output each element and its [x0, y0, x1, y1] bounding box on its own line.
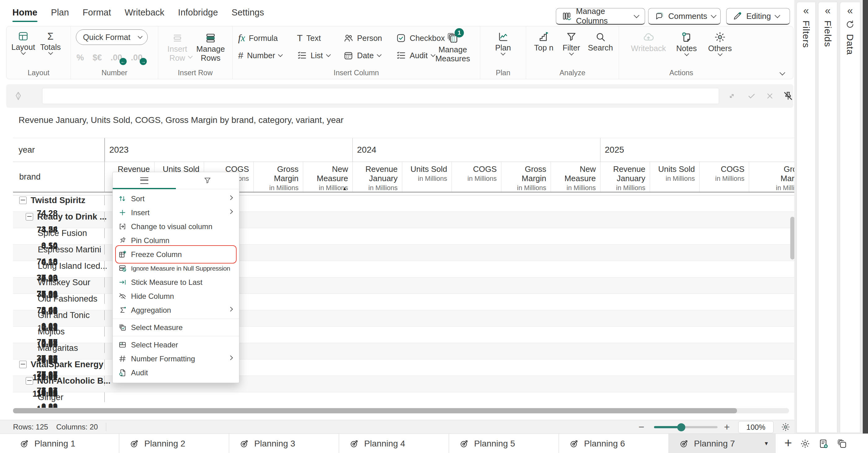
cancel-x-icon[interactable]: [766, 92, 774, 100]
side-panel-data[interactable]: « Data: [840, 2, 860, 433]
side-panel-filters[interactable]: « Filters: [797, 2, 816, 433]
row-header[interactable]: Old Fashioneds: [13, 294, 105, 304]
sheet-stack-icon[interactable]: [837, 439, 847, 449]
context-menu-item-sort[interactable]: Sort: [113, 192, 239, 205]
sheet-tab-dropdown-icon[interactable]: ▼: [764, 441, 769, 447]
manage-measures-button[interactable]: 1 Manage Measures: [431, 32, 474, 63]
row-header[interactable]: Margaritas: [13, 343, 105, 353]
editing-mode-button[interactable]: Editing: [726, 8, 790, 25]
menu-tab-settings[interactable]: Settings: [231, 7, 264, 20]
sheet-tab-planning-5[interactable]: Planning 5: [449, 434, 559, 453]
writeback-button[interactable]: Writeback: [628, 31, 669, 56]
search-button[interactable]: Search: [586, 31, 615, 55]
context-menu-item-stick-measure-to-last[interactable]: Stick Measure to Last: [113, 275, 239, 289]
insert-person-column-button[interactable]: Person: [343, 33, 396, 43]
year-group-header[interactable]: 2023: [105, 138, 352, 162]
insert-number-column-button[interactable]: # Number: [238, 50, 297, 61]
filter-button[interactable]: Filter: [559, 31, 584, 55]
context-menu-item-select-header[interactable]: Select Header: [113, 338, 239, 352]
context-menu-item-select-measure[interactable]: Select Measure: [113, 321, 239, 334]
side-panel-fields[interactable]: « Fields: [818, 2, 837, 433]
context-menu-tab-menu[interactable]: [113, 172, 176, 189]
column-header[interactable]: COGS in Millions: [699, 162, 749, 192]
comments-button[interactable]: Comments: [648, 8, 721, 25]
context-menu-item-hide-column[interactable]: Hide Column: [113, 289, 239, 303]
menu-tab-format[interactable]: Format: [83, 7, 111, 20]
increase-decimal-button[interactable]: .00→: [131, 53, 143, 63]
row-header[interactable]: Non-Alcoholic B...: [13, 376, 105, 386]
plan-button[interactable]: Plan: [490, 31, 517, 55]
row-header[interactable]: Ginger: [13, 392, 105, 402]
row-header[interactable]: Mojitos: [13, 327, 105, 336]
context-menu-item-audit[interactable]: Audit: [113, 366, 239, 380]
year-group-header[interactable]: 2024: [352, 138, 600, 162]
layout-button[interactable]: Layout: [9, 31, 37, 54]
row-header[interactable]: Gin and Tonic: [13, 310, 105, 320]
zoom-slider[interactable]: [654, 426, 717, 428]
row-header[interactable]: Spice Fusion: [13, 228, 105, 238]
collapse-row-icon[interactable]: [26, 377, 33, 385]
context-menu-item-freeze-column[interactable]: Freeze Column: [113, 248, 239, 261]
sheet-tab-planning-1[interactable]: Planning 1: [9, 434, 119, 453]
manage-rows-button[interactable]: Manage Rows: [196, 33, 225, 62]
row-header[interactable]: Long Island Iced...: [13, 261, 105, 271]
horizontal-scrollbar[interactable]: [13, 408, 789, 413]
others-button[interactable]: Others: [705, 31, 736, 56]
column-header[interactable]: Units Sold in Millions: [650, 162, 699, 192]
menu-tab-home[interactable]: Home: [12, 7, 37, 20]
column-header[interactable]: COGS in Millions: [452, 162, 501, 192]
confirm-check-icon[interactable]: [747, 91, 756, 101]
context-menu-item-insert[interactable]: Insert: [113, 205, 239, 220]
context-menu-tab-filter[interactable]: [176, 172, 239, 189]
zoom-slider-thumb[interactable]: [677, 423, 685, 431]
zoom-in-button[interactable]: +: [724, 420, 730, 434]
vertical-scrollbar[interactable]: [790, 217, 795, 259]
column-header[interactable]: Gross Margin in Millions: [501, 162, 551, 192]
column-header[interactable]: Units Sold in Millions: [402, 162, 452, 192]
context-menu-item-aggregation[interactable]: Aggregation: [113, 303, 239, 317]
year-group-header[interactable]: 2025: [600, 138, 802, 162]
menu-tab-infobridge[interactable]: Infobridge: [178, 7, 218, 20]
quick-format-select[interactable]: Quick Format: [76, 29, 148, 45]
notes-button[interactable]: Notes: [672, 31, 702, 56]
sheet-tab-planning-7[interactable]: Planning 7 ▼: [669, 434, 776, 453]
column-header[interactable]: Revenue January in Millions: [600, 162, 650, 192]
top-n-button[interactable]: Top n: [530, 31, 557, 55]
grid-settings-gear-icon[interactable]: [781, 422, 790, 432]
sheet-settings-gear-icon[interactable]: [800, 439, 810, 449]
insert-text-column-button[interactable]: T Text: [297, 33, 343, 43]
row-header[interactable]: Whiskey Sour: [13, 278, 105, 287]
insert-list-column-button[interactable]: List: [297, 51, 343, 60]
collapse-row-icon[interactable]: [26, 213, 33, 221]
column-header[interactable]: New Measure in Millions ▲: [303, 162, 352, 192]
sheet-tab-planning-6[interactable]: Planning 6: [559, 434, 669, 453]
menu-tab-plan[interactable]: Plan: [51, 7, 69, 20]
formula-input[interactable]: [42, 88, 719, 104]
sheet-tab-planning-2[interactable]: Planning 2: [119, 434, 229, 453]
collapse-row-icon[interactable]: [19, 361, 27, 368]
decrease-decimal-button[interactable]: .00←: [111, 53, 122, 63]
row-header[interactable]: Twistd Spiritz: [13, 195, 105, 205]
horizontal-scrollbar-thumb[interactable]: [13, 408, 737, 413]
context-menu-item-pin-column[interactable]: Pin Column: [113, 233, 239, 248]
expand-formula-bar-icon[interactable]: [727, 91, 736, 101]
collapse-row-icon[interactable]: [19, 197, 27, 204]
row-header[interactable]: VitalSpark Energy: [13, 359, 105, 369]
percent-format-button[interactable]: %: [76, 53, 84, 63]
zoom-out-button[interactable]: −: [639, 420, 644, 434]
context-menu-item-change-to-visual-column[interactable]: Change to visual column: [113, 220, 239, 233]
sheet-tab-planning-3[interactable]: Planning 3: [229, 434, 339, 453]
currency-format-button[interactable]: $€: [93, 53, 102, 63]
zoom-level-value[interactable]: 100%: [738, 421, 774, 433]
sheet-tab-planning-4[interactable]: Planning 4: [339, 434, 449, 453]
insert-row-button[interactable]: Insert Row: [162, 33, 192, 62]
column-header[interactable]: Gross Margin in Millions: [253, 162, 303, 192]
row-header[interactable]: Espresso Martini: [13, 245, 105, 255]
manage-columns-button[interactable]: Manage Columns: [556, 8, 645, 25]
insert-date-column-button[interactable]: Date: [343, 51, 396, 60]
context-menu-item-number-formatting[interactable]: Number Formatting: [113, 352, 239, 366]
column-header[interactable]: New Measure in Millions: [551, 162, 600, 192]
insert-formula-column-button[interactable]: fx Formula: [238, 33, 297, 44]
add-sheet-button[interactable]: +: [784, 436, 792, 450]
context-menu-item-ignore-measure-in-null-suppression[interactable]: Ignore Measure in Null Suppression: [113, 261, 239, 275]
